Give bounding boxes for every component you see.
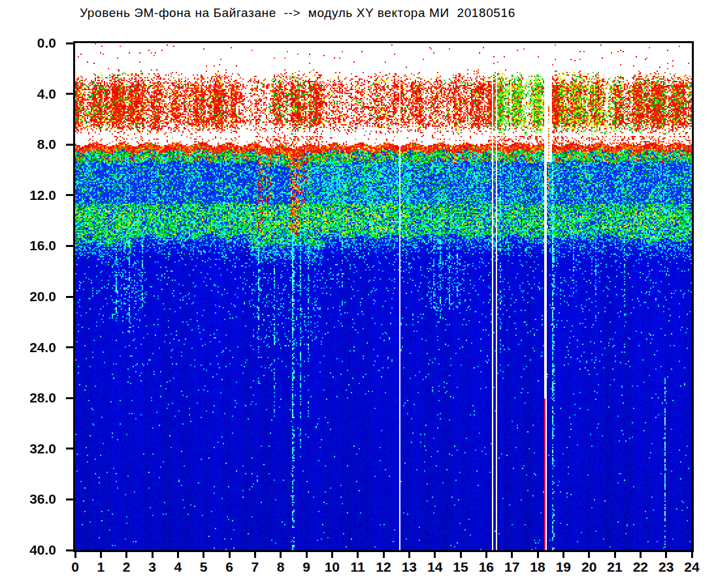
y-axis-tick	[66, 549, 73, 551]
x-axis-tick	[588, 552, 590, 558]
x-axis-tick-label: 3	[139, 559, 165, 575]
x-axis-tick-label: 14	[422, 559, 448, 575]
y-axis-tick	[66, 194, 73, 196]
x-axis-tick	[152, 552, 154, 558]
x-axis-tick	[460, 552, 462, 558]
y-axis-tick-label: 32.0	[9, 441, 56, 457]
chart-title: Уровень ЭМ-фона на Байгазане --> модуль …	[80, 6, 515, 20]
plot-frame	[73, 41, 694, 552]
x-axis-tick	[665, 552, 667, 558]
x-axis-tick	[100, 552, 102, 558]
x-axis-tick	[537, 552, 539, 558]
y-axis-tick	[66, 93, 73, 95]
x-axis-tick-label: 18	[525, 559, 551, 575]
x-axis-tick-label: 15	[448, 559, 474, 575]
x-axis-tick	[203, 552, 204, 558]
x-axis-tick-label: 6	[216, 559, 242, 575]
x-axis-tick-label: 12	[370, 559, 397, 575]
x-axis-tick	[485, 552, 487, 558]
x-axis-tick-label: 17	[499, 559, 525, 575]
x-axis-tick-label: 2	[114, 559, 140, 575]
y-axis-tick	[66, 498, 73, 500]
x-axis-tick-label: 24	[679, 559, 705, 575]
x-axis-tick-label: 20	[576, 559, 602, 575]
x-axis-tick-label: 1	[88, 559, 114, 575]
x-axis-tick-label: 23	[653, 559, 679, 575]
chart-page: Уровень ЭМ-фона на Байгазане --> модуль …	[0, 0, 716, 588]
x-axis-tick-label: 7	[242, 559, 268, 575]
y-axis-tick	[66, 296, 73, 298]
x-axis-tick	[280, 552, 282, 558]
y-axis-tick	[66, 448, 73, 449]
x-axis-tick	[614, 552, 616, 558]
y-axis-tick-label: 0.0	[9, 35, 56, 51]
y-axis-tick	[66, 42, 73, 44]
y-axis-tick-label: 28.0	[9, 390, 56, 406]
x-axis-tick	[229, 552, 231, 558]
x-axis-tick	[408, 552, 410, 558]
x-axis-tick-label: 21	[602, 559, 628, 575]
y-axis-tick-label: 24.0	[9, 340, 56, 355]
x-axis-tick	[357, 552, 359, 558]
x-axis-tick-label: 13	[396, 559, 422, 575]
x-axis-tick	[434, 552, 436, 558]
y-axis-tick-label: 12.0	[9, 188, 56, 203]
x-axis-tick	[562, 552, 564, 558]
x-axis-tick-label: 11	[345, 559, 371, 575]
x-axis-tick	[254, 552, 256, 558]
y-axis-tick-label: 16.0	[9, 238, 56, 253]
spectrogram-canvas	[75, 43, 692, 550]
x-axis-tick	[511, 552, 513, 558]
y-axis-tick	[66, 397, 73, 399]
x-axis-tick-label: 0	[62, 559, 88, 575]
x-axis-tick-label: 5	[191, 559, 217, 575]
x-axis-tick-label: 16	[473, 559, 499, 575]
x-axis-tick	[383, 552, 385, 558]
x-axis-tick	[177, 552, 179, 558]
x-axis-tick	[74, 552, 76, 558]
x-axis-tick	[691, 552, 693, 558]
y-axis-tick-label: 4.0	[9, 86, 56, 102]
y-axis-tick-label: 8.0	[9, 137, 56, 152]
y-axis-tick	[66, 144, 73, 146]
x-axis-tick	[640, 552, 642, 558]
x-axis-tick-label: 10	[319, 559, 345, 575]
x-axis-tick	[331, 552, 333, 558]
y-axis-tick-label: 36.0	[9, 491, 56, 507]
y-axis-tick	[66, 346, 73, 348]
y-axis-tick-label: 40.0	[9, 542, 56, 558]
x-axis-tick-label: 8	[268, 559, 294, 575]
y-axis-tick-label: 20.0	[9, 289, 56, 304]
x-axis-tick-label: 19	[550, 559, 576, 575]
x-axis-tick-label: 4	[165, 559, 191, 575]
x-axis-tick-label: 9	[293, 559, 319, 575]
x-axis-tick	[306, 552, 308, 558]
x-axis-tick	[125, 552, 127, 558]
x-axis-tick-label: 22	[627, 559, 653, 575]
y-axis-tick	[66, 245, 73, 247]
